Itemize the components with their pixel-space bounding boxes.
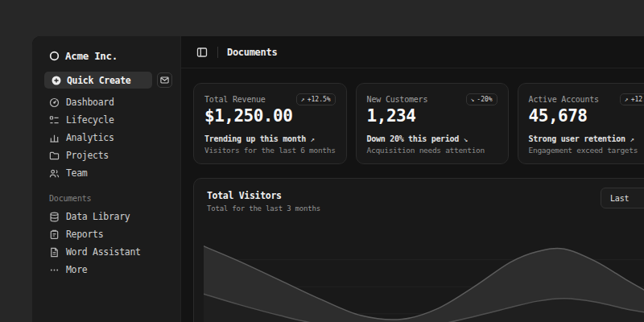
trending-up-icon: ↗ [301, 96, 305, 103]
sidebar-item-label: Data Library [66, 211, 130, 222]
badge-value: +12.5% [631, 96, 644, 103]
quick-create-row: Quick Create [40, 72, 172, 89]
sidebar-toggle-button[interactable] [196, 46, 208, 59]
stat-card-new-customers: New Customers ↘ -20% 1,234 Down 20% this… [356, 83, 509, 164]
brand[interactable]: Acme Inc. [40, 47, 172, 64]
folder-icon [49, 151, 60, 161]
sidebar-item-label: Lifecycle [66, 114, 114, 126]
quick-create-label: Quick Create [67, 75, 130, 86]
stat-card-total-revenue: Total Revenue ↗ +12.5% $1,250.00 Trendin… [193, 83, 347, 164]
inbox-button[interactable] [157, 72, 172, 88]
trend-badge: ↗ +12.5% [620, 93, 644, 105]
sidebar-item-data-library[interactable]: Data Library [40, 208, 172, 225]
stat-card-active-accounts: Active Accounts ↗ +12.5% 45,678 Strong u… [518, 83, 644, 164]
panel-left-icon [196, 47, 208, 58]
stat-cards-row: Total Revenue ↗ +12.5% $1,250.00 Trendin… [193, 83, 644, 164]
trending-down-icon: ↘ [471, 96, 475, 103]
content: Total Revenue ↗ +12.5% $1,250.00 Trendin… [181, 68, 644, 322]
sidebar-main-nav: Dashboard Lifecycle Analytics [40, 93, 172, 182]
sidebar-item-label: More [66, 264, 88, 275]
badge-value: -20% [477, 96, 492, 103]
footer-main-text: Down 20% this period [367, 134, 459, 143]
trending-up-icon: ↗ [311, 135, 315, 143]
list-details-icon [49, 115, 60, 126]
card-footer: Strong user retention ↗ Engagement excee… [529, 134, 644, 155]
app-window: Acme Inc. Quick Create [32, 36, 644, 322]
footer-main-text: Trending up this month [204, 134, 306, 143]
sidebar-item-label: Projects [66, 150, 109, 161]
page-title: Documents [227, 47, 277, 58]
sidebar-item-label: Reports [66, 229, 103, 240]
brand-label: Acme Inc. [65, 50, 118, 62]
quick-create-button[interactable]: Quick Create [44, 72, 152, 89]
card-label: Total Revenue [204, 93, 266, 104]
sidebar-item-analytics[interactable]: Analytics [40, 129, 172, 147]
chart-title: Total Visitors [207, 190, 644, 201]
chart-range-button[interactable]: Last [601, 188, 644, 208]
trend-badge: ↗ +12.5% [296, 93, 336, 105]
footer-sub-text: Engagement exceed targets [529, 146, 644, 155]
card-value: $1,250.00 [204, 106, 336, 126]
page-backdrop: Acme Inc. Quick Create [0, 0, 644, 322]
card-value: 1,234 [367, 106, 497, 126]
topbar: Documents [181, 36, 644, 68]
footer-sub-text: Visitors for the last 6 months [204, 146, 336, 155]
chart-subtitle: Total for the last 3 months [207, 204, 644, 213]
chart-bar-icon [49, 133, 60, 143]
sidebar-item-label: Team [66, 167, 88, 179]
dots-icon [49, 265, 60, 275]
sidebar-item-label: Word Assistant [66, 246, 141, 258]
dashboard-icon [49, 97, 60, 108]
sidebar-item-label: Analytics [66, 132, 114, 143]
sidebar-section-label: Documents [49, 194, 172, 203]
topbar-separator [217, 47, 218, 58]
database-icon [49, 212, 60, 222]
visitors-area-chart[interactable] [204, 233, 644, 322]
sidebar-item-team[interactable]: Team [40, 164, 172, 182]
sidebar-documents-nav: Data Library Reports Word Assistant [40, 208, 172, 279]
card-footer: Trending up this month ↗ Visitors for th… [204, 134, 336, 155]
card-label: Active Accounts [529, 93, 599, 104]
ring-logo-icon [49, 51, 60, 61]
trending-up-icon: ↗ [625, 96, 629, 103]
card-footer: Down 20% this period ↘ Acquisition needs… [367, 134, 497, 155]
footer-main-text: Strong user retention [529, 134, 625, 143]
sidebar-item-dashboard[interactable]: Dashboard [40, 93, 172, 111]
envelope-icon [160, 76, 169, 85]
trending-up-icon: ↗ [630, 135, 634, 143]
trending-down-icon: ↘ [464, 135, 468, 143]
trend-badge: ↘ -20% [466, 93, 497, 105]
sidebar-item-projects[interactable]: Projects [40, 147, 172, 164]
sidebar-item-word-assistant[interactable]: Word Assistant [40, 243, 172, 261]
clipboard-icon [49, 229, 60, 240]
badge-value: +12.5% [308, 96, 331, 103]
sidebar-item-label: Dashboard [66, 97, 114, 108]
card-label: New Customers [367, 93, 428, 104]
footer-sub-text: Acquisition needs attention [367, 146, 497, 155]
sidebar-item-more[interactable]: More [40, 261, 172, 279]
total-visitors-card: Total Visitors Total for the last 3 mont… [193, 178, 644, 322]
sidebar-item-lifecycle[interactable]: Lifecycle [40, 111, 172, 129]
main-area: Documents Total Revenue ↗ +12.5% $1,250.… [181, 36, 644, 322]
circle-plus-icon [52, 76, 61, 85]
sidebar-item-reports[interactable]: Reports [40, 225, 172, 243]
sidebar: Acme Inc. Quick Create [32, 36, 181, 322]
card-value: 45,678 [529, 106, 644, 126]
users-icon [49, 168, 60, 179]
file-text-icon [49, 247, 60, 258]
